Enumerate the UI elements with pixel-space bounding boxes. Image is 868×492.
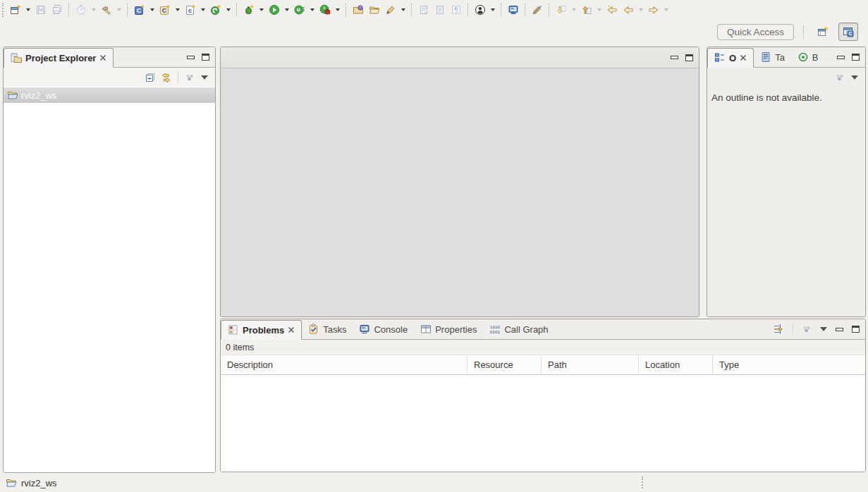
external-tools-icon[interactable]	[317, 1, 333, 18]
toolbar-separator	[501, 4, 501, 16]
user-dropdown[interactable]	[488, 1, 497, 18]
svg-text:C: C	[161, 7, 166, 14]
outline-toolbar	[707, 68, 865, 87]
new-wizard-icon[interactable]	[7, 1, 23, 18]
save-all-icon[interactable]	[49, 1, 65, 18]
run-dropdown[interactable]	[282, 1, 291, 18]
back-dropdown[interactable]	[636, 1, 645, 18]
tab-breakpoints[interactable]: B	[791, 47, 825, 67]
outline-message: An outline is not available.	[707, 87, 865, 109]
cpp-perspective-icon[interactable]: C	[838, 23, 858, 41]
show-whitespace-icon[interactable]: ¶	[448, 1, 464, 18]
marker-pen-dropdown[interactable]	[398, 1, 408, 18]
previous-annotation-icon[interactable]	[578, 1, 594, 18]
import-folder-icon[interactable]	[350, 1, 366, 18]
save-icon[interactable]	[32, 1, 49, 18]
paste-doc-icon[interactable]	[415, 1, 432, 18]
profile-dropdown[interactable]	[307, 1, 317, 18]
new-project-icon[interactable]	[207, 1, 224, 18]
tab-call-graph[interactable]: 10100101 Call Graph	[483, 319, 554, 339]
next-annotation-icon[interactable]	[553, 1, 569, 18]
back-icon[interactable]	[620, 1, 636, 18]
minimize-icon[interactable]	[837, 56, 845, 59]
view-menu-icon[interactable]	[185, 73, 195, 82]
view-menu-icon[interactable]	[802, 324, 812, 334]
run-icon[interactable]	[266, 1, 282, 18]
debug-icon[interactable]	[240, 1, 257, 18]
column-location[interactable]: Location	[639, 355, 713, 374]
tab-properties[interactable]: Properties	[414, 319, 483, 339]
tab-label: Console	[374, 324, 408, 335]
last-edit-location-icon[interactable]	[604, 1, 620, 18]
toolbar-separator	[346, 4, 346, 16]
new-cpp-class-icon[interactable]: C	[131, 1, 147, 18]
forward-icon[interactable]	[645, 1, 661, 18]
call-graph-icon: 10100101	[489, 324, 501, 335]
user-icon[interactable]	[472, 1, 488, 18]
stopwatch-dropdown[interactable]	[89, 1, 98, 18]
tab-label: Problems	[243, 325, 284, 336]
quick-access-button[interactable]: Quick Access	[717, 24, 794, 40]
tab-console[interactable]: Console	[353, 319, 414, 339]
close-icon[interactable]	[288, 326, 295, 333]
column-resource[interactable]: Resource	[467, 355, 542, 374]
new-cpp-class-dropdown[interactable]	[147, 1, 157, 18]
profile-icon[interactable]	[291, 1, 307, 18]
link-with-editor-icon[interactable]	[161, 73, 171, 82]
view-menu-icon[interactable]	[835, 73, 845, 82]
minimize-icon[interactable]	[671, 56, 678, 59]
open-folder-icon[interactable]	[366, 1, 382, 18]
tab-project-explorer[interactable]: Project Explorer	[4, 48, 114, 68]
collapse-all-icon[interactable]	[145, 73, 155, 82]
new-project-dropdown[interactable]	[224, 1, 233, 18]
console-icon[interactable]	[505, 1, 521, 18]
tree-item-rviz2-ws[interactable]: rviz2_ws	[4, 87, 215, 103]
open-perspective-icon[interactable]	[813, 23, 833, 41]
build-hammer-icon[interactable]	[98, 1, 114, 18]
previous-annotation-dropdown[interactable]	[594, 1, 604, 18]
tab-tasks[interactable]: Tasks	[302, 319, 353, 339]
marker-pen-icon[interactable]	[382, 1, 398, 18]
toolbar-drag-handle[interactable]	[2, 3, 4, 17]
close-icon[interactable]	[740, 54, 747, 61]
copy-doc-icon[interactable]	[432, 1, 448, 18]
tab-outline[interactable]: O	[707, 48, 754, 68]
minimize-icon[interactable]	[187, 56, 195, 59]
close-icon[interactable]	[99, 54, 106, 61]
tab-problems[interactable]: Problems	[221, 320, 302, 340]
view-menu-dropdown[interactable]	[201, 75, 208, 80]
new-dropdown[interactable]	[23, 1, 32, 18]
open-folder-icon	[6, 477, 17, 488]
tab-label: Call Graph	[504, 324, 548, 335]
next-annotation-dropdown[interactable]	[569, 1, 578, 18]
maximize-icon[interactable]	[685, 54, 693, 61]
svg-text:¶: ¶	[454, 6, 458, 14]
maximize-icon[interactable]	[202, 54, 209, 61]
focus-on-active-task-icon[interactable]	[773, 324, 784, 335]
bottom-tabstrip: Problems Tasks Console Properties 101001…	[221, 319, 865, 340]
maximize-icon[interactable]	[852, 326, 860, 333]
column-description[interactable]: Description	[221, 355, 467, 374]
external-tools-dropdown[interactable]	[333, 1, 342, 18]
view-menu-dropdown[interactable]	[851, 75, 858, 80]
new-cpp-source-dropdown[interactable]	[173, 1, 182, 18]
new-cpp-source-icon[interactable]: C	[157, 1, 173, 18]
minimize-icon[interactable]	[836, 328, 843, 331]
toolbar-separator	[127, 4, 128, 16]
svg-text:1010: 1010	[490, 325, 501, 330]
new-c-file-icon[interactable]: c	[182, 1, 198, 18]
view-menu-dropdown[interactable]	[820, 327, 827, 331]
stopwatch-icon[interactable]	[73, 1, 89, 18]
project-explorer-icon	[11, 52, 22, 63]
tree-item-label: rviz2_ws	[21, 90, 57, 101]
build-dropdown[interactable]	[114, 1, 123, 18]
debug-dropdown[interactable]	[257, 1, 266, 18]
pencil-slash-icon[interactable]	[529, 1, 545, 18]
maximize-icon[interactable]	[852, 54, 860, 61]
column-path[interactable]: Path	[542, 355, 639, 374]
toolbar-separator	[549, 4, 549, 16]
tab-task-list[interactable]: Ta	[754, 47, 791, 67]
new-c-file-dropdown[interactable]	[198, 1, 207, 18]
column-type[interactable]: Type	[713, 355, 865, 374]
forward-dropdown[interactable]	[661, 1, 671, 18]
